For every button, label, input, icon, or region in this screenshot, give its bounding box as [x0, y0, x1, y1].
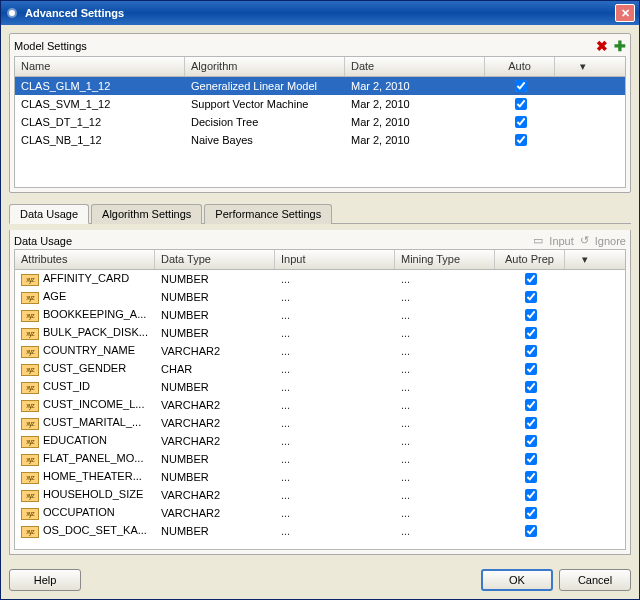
- cell-data-type: NUMBER: [155, 272, 275, 286]
- cell-attribute: xyzBULK_PACK_DISK...: [15, 325, 155, 341]
- cell-input: ...: [275, 398, 395, 412]
- col-input[interactable]: Input: [275, 250, 395, 269]
- add-model-button[interactable]: ✚: [614, 38, 626, 54]
- tab-performance-settings[interactable]: Performance Settings: [204, 204, 332, 224]
- attribute-icon: xyz: [21, 400, 39, 412]
- col-menu-button[interactable]: ▾: [565, 250, 605, 269]
- table-row[interactable]: xyzCUST_IDNUMBER......: [15, 378, 625, 396]
- auto-checkbox[interactable]: [515, 116, 527, 128]
- table-row[interactable]: xyzCUST_MARITAL_...VARCHAR2......: [15, 414, 625, 432]
- tab-data-usage[interactable]: Data Usage: [9, 204, 89, 224]
- auto-prep-checkbox[interactable]: [525, 417, 537, 429]
- auto-prep-checkbox[interactable]: [525, 435, 537, 447]
- table-row[interactable]: xyzAGENUMBER......: [15, 288, 625, 306]
- advanced-settings-window: Advanced Settings ✕ Model Settings ✖ ✚ N…: [0, 0, 640, 600]
- cell-mining-type: ...: [395, 380, 495, 394]
- table-row[interactable]: xyzCOUNTRY_NAMEVARCHAR2......: [15, 342, 625, 360]
- table-row[interactable]: xyzCUST_INCOME_L...VARCHAR2......: [15, 396, 625, 414]
- table-row[interactable]: xyzHOUSEHOLD_SIZEVARCHAR2......: [15, 486, 625, 504]
- data-usage-title: Data Usage: [14, 235, 72, 247]
- auto-prep-checkbox[interactable]: [525, 363, 537, 375]
- col-mining-type[interactable]: Mining Type: [395, 250, 495, 269]
- table-row[interactable]: xyzOS_DOC_SET_KA...NUMBER......: [15, 522, 625, 540]
- auto-checkbox[interactable]: [515, 80, 527, 92]
- auto-prep-checkbox[interactable]: [525, 381, 537, 393]
- cell-attribute: xyzBOOKKEEPING_A...: [15, 307, 155, 323]
- attribute-icon: xyz: [21, 418, 39, 430]
- attribute-icon: xyz: [21, 436, 39, 448]
- cell-data-type: VARCHAR2: [155, 344, 275, 358]
- cell-algorithm: Generalized Linear Model: [185, 79, 345, 93]
- attribute-icon: xyz: [21, 274, 39, 286]
- cell-auto-prep: [495, 449, 565, 469]
- col-attributes[interactable]: Attributes: [15, 250, 155, 269]
- attribute-icon: xyz: [21, 490, 39, 502]
- table-row[interactable]: xyzAFFINITY_CARDNUMBER......: [15, 270, 625, 288]
- table-row[interactable]: CLAS_SVM_1_12Support Vector MachineMar 2…: [15, 95, 625, 113]
- cell-input: ...: [275, 524, 395, 538]
- cell-input: ...: [275, 488, 395, 502]
- table-row[interactable]: CLAS_NB_1_12Naive BayesMar 2, 2010: [15, 131, 625, 149]
- auto-prep-checkbox[interactable]: [525, 291, 537, 303]
- auto-prep-checkbox[interactable]: [525, 507, 537, 519]
- auto-prep-checkbox[interactable]: [525, 471, 537, 483]
- col-auto[interactable]: Auto: [485, 57, 555, 76]
- table-row[interactable]: xyzFLAT_PANEL_MO...NUMBER......: [15, 450, 625, 468]
- cell-attribute: xyzHOME_THEATER...: [15, 469, 155, 485]
- cell-auto-prep: [495, 377, 565, 397]
- cancel-button[interactable]: Cancel: [559, 569, 631, 591]
- cell-date: Mar 2, 2010: [345, 115, 485, 129]
- cell-data-type: NUMBER: [155, 290, 275, 304]
- cell-algorithm: Naive Bayes: [185, 133, 345, 147]
- close-icon: ✕: [621, 7, 630, 20]
- cell-date: Mar 2, 2010: [345, 133, 485, 147]
- auto-prep-checkbox[interactable]: [525, 399, 537, 411]
- table-row[interactable]: CLAS_GLM_1_12Generalized Linear ModelMar…: [15, 77, 625, 95]
- cell-data-type: NUMBER: [155, 452, 275, 466]
- cell-attribute: xyzHOUSEHOLD_SIZE: [15, 487, 155, 503]
- col-menu-button[interactable]: ▾: [555, 57, 611, 76]
- window-close-button[interactable]: ✕: [615, 4, 635, 22]
- attribute-icon: xyz: [21, 472, 39, 484]
- col-auto-prep[interactable]: Auto Prep: [495, 250, 565, 269]
- ok-button[interactable]: OK: [481, 569, 553, 591]
- auto-prep-checkbox[interactable]: [525, 309, 537, 321]
- auto-prep-checkbox[interactable]: [525, 327, 537, 339]
- table-row[interactable]: CLAS_DT_1_12Decision TreeMar 2, 2010: [15, 113, 625, 131]
- table-row[interactable]: xyzBOOKKEEPING_A...NUMBER......: [15, 306, 625, 324]
- table-row[interactable]: xyzBULK_PACK_DISK...NUMBER......: [15, 324, 625, 342]
- auto-prep-checkbox[interactable]: [525, 489, 537, 501]
- cell-attribute: xyzEDUCATION: [15, 433, 155, 449]
- data-usage-header: Attributes Data Type Input Mining Type A…: [15, 250, 625, 270]
- tab-algorithm-settings[interactable]: Algorithm Settings: [91, 204, 202, 224]
- cell-auto-prep: [495, 485, 565, 505]
- col-algorithm[interactable]: Algorithm: [185, 57, 345, 76]
- col-name[interactable]: Name: [15, 57, 185, 76]
- cell-auto-prep: [495, 395, 565, 415]
- cell-mining-type: ...: [395, 344, 495, 358]
- table-row[interactable]: xyzHOME_THEATER...NUMBER......: [15, 468, 625, 486]
- auto-prep-checkbox[interactable]: [525, 273, 537, 285]
- auto-checkbox[interactable]: [515, 98, 527, 110]
- table-row[interactable]: xyzOCCUPATIONVARCHAR2......: [15, 504, 625, 522]
- cell-data-type: VARCHAR2: [155, 416, 275, 430]
- col-data-type[interactable]: Data Type: [155, 250, 275, 269]
- auto-prep-checkbox[interactable]: [525, 345, 537, 357]
- attribute-icon: xyz: [21, 526, 39, 538]
- attribute-icon: xyz: [21, 310, 39, 322]
- input-tool-label: Input: [549, 235, 573, 247]
- cell-input: ...: [275, 344, 395, 358]
- delete-model-button[interactable]: ✖: [596, 38, 608, 54]
- model-table-body: CLAS_GLM_1_12Generalized Linear ModelMar…: [15, 77, 625, 187]
- input-tool-icon: ▭: [533, 234, 543, 247]
- cell-data-type: VARCHAR2: [155, 506, 275, 520]
- help-button[interactable]: Help: [9, 569, 81, 591]
- attribute-icon: xyz: [21, 508, 39, 520]
- auto-prep-checkbox[interactable]: [525, 525, 537, 537]
- auto-prep-checkbox[interactable]: [525, 453, 537, 465]
- table-row[interactable]: xyzEDUCATIONVARCHAR2......: [15, 432, 625, 450]
- auto-checkbox[interactable]: [515, 134, 527, 146]
- window-title: Advanced Settings: [25, 7, 124, 19]
- col-date[interactable]: Date: [345, 57, 485, 76]
- table-row[interactable]: xyzCUST_GENDERCHAR......: [15, 360, 625, 378]
